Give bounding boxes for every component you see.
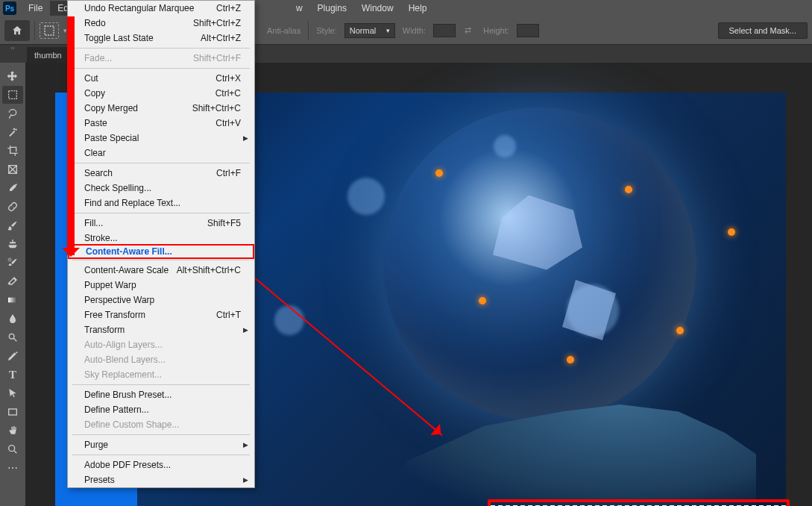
menu-item-perspective-warp[interactable]: Perspective Warp: [68, 293, 254, 307]
menu-item-label: Fade...: [84, 53, 112, 63]
tool-move[interactable]: [2, 67, 23, 85]
menu-item-auto-align-layers: Auto-Align Layers...: [68, 337, 254, 352]
menu-partial[interactable]: w: [289, 1, 310, 16]
menu-item-shortcut: Ctrl+Z: [216, 3, 241, 13]
svg-point-5: [13, 207, 14, 208]
menu-item-clear[interactable]: Clear: [68, 146, 254, 160]
tool-hand[interactable]: [2, 422, 23, 440]
menu-item-label: Perspective Warp: [84, 295, 154, 305]
menu-item-paste-special[interactable]: Paste Special: [68, 131, 254, 146]
tool-marquee[interactable]: [2, 86, 23, 104]
menu-item-purge[interactable]: Purge: [68, 437, 254, 452]
menu-help[interactable]: Help: [401, 1, 435, 16]
tool-zoom[interactable]: [2, 440, 23, 458]
menu-item-shortcut: Ctrl+T: [216, 310, 241, 320]
menu-item-cut[interactable]: CutCtrl+X: [68, 71, 254, 86]
menu-item-undo-rectangular-marquee[interactable]: Undo Rectangular MarqueeCtrl+Z: [68, 1, 254, 16]
tool-brush[interactable]: [2, 216, 23, 234]
menu-item-redo[interactable]: RedoShift+Ctrl+Z: [68, 16, 254, 31]
home-button[interactable]: [4, 20, 30, 41]
svg-point-4: [11, 205, 12, 206]
menu-item-transform[interactable]: Transform: [68, 322, 254, 337]
tool-pen[interactable]: [2, 347, 23, 365]
menu-item-check-spelling[interactable]: Check Spelling...: [68, 181, 254, 196]
menu-item-label: Stroke...: [84, 233, 118, 243]
menu-separator: [72, 260, 250, 260]
menu-item-label: Cut: [84, 73, 98, 84]
tool-dodge[interactable]: [2, 328, 23, 346]
menu-item-label: Check Spelling...: [84, 183, 151, 193]
tool-edit-toolbar[interactable]: ⋯: [2, 459, 23, 477]
menu-item-free-transform[interactable]: Free TransformCtrl+T: [68, 307, 254, 322]
menu-item-content-aware-fill[interactable]: Content-Aware Fill...: [68, 244, 254, 259]
menu-item-define-custom-shape: Define Custom Shape...: [68, 417, 254, 432]
menu-item-label: Paste: [84, 118, 107, 128]
menu-item-label: Copy: [84, 88, 105, 99]
tool-type[interactable]: T: [2, 366, 23, 384]
menu-item-copy[interactable]: CopyCtrl+C: [68, 86, 254, 101]
menu-item-shortcut: Alt+Shift+Ctrl+C: [177, 265, 241, 275]
tool-clone-stamp[interactable]: [2, 235, 23, 253]
document-tab[interactable]: thumbn: [27, 47, 69, 63]
menu-item-copy-merged[interactable]: Copy MergedShift+Ctrl+C: [68, 101, 254, 116]
tool-gradient[interactable]: [2, 291, 23, 309]
menu-item-paste[interactable]: PasteCtrl+V: [68, 116, 254, 131]
menu-item-shortcut: Shift+Ctrl+C: [192, 103, 241, 113]
menu-item-shortcut: Ctrl+C: [215, 88, 241, 99]
tool-eyedropper[interactable]: [2, 179, 23, 197]
menu-item-label: Fill...: [84, 218, 103, 228]
menu-item-shortcut: Shift+Ctrl+F: [193, 53, 241, 63]
style-dropdown[interactable]: Normal ▾: [344, 23, 395, 38]
menu-item-fill[interactable]: Fill...Shift+F5: [68, 216, 254, 231]
menu-item-content-aware-scale[interactable]: Content-Aware ScaleAlt+Shift+Ctrl+C: [68, 263, 254, 278]
menu-item-stroke[interactable]: Stroke...: [68, 231, 254, 246]
menu-item-label: Free Transform: [84, 310, 145, 320]
swap-icon[interactable]: ⇄: [460, 25, 476, 35]
menu-item-shortcut: Shift+F5: [207, 218, 241, 228]
svg-rect-9: [9, 409, 17, 415]
menu-separator: [72, 384, 250, 385]
tool-path-select[interactable]: [2, 384, 23, 402]
tool-lasso[interactable]: [2, 104, 23, 122]
height-label: Height:: [480, 26, 512, 35]
tool-rectangle[interactable]: [2, 403, 23, 421]
menu-item-label: Presets: [84, 475, 115, 485]
menu-item-search[interactable]: SearchCtrl+F: [68, 166, 254, 181]
menu-item-label: Content-Aware Scale: [84, 265, 169, 275]
menu-item-fade: Fade...Shift+Ctrl+F: [68, 51, 254, 66]
tool-magic-wand[interactable]: [2, 123, 23, 141]
select-and-mask-button[interactable]: Select and Mask...: [718, 22, 808, 39]
menu-separator: [72, 455, 250, 455]
menu-plugins[interactable]: Plugins: [310, 1, 354, 16]
tool-crop[interactable]: [2, 142, 23, 160]
menu-file[interactable]: File: [21, 1, 50, 16]
svg-rect-0: [45, 26, 54, 35]
tool-spot-heal[interactable]: [2, 198, 23, 216]
menu-item-label: Clear: [84, 148, 106, 158]
menu-item-define-brush-preset[interactable]: Define Brush Preset...: [68, 387, 254, 402]
width-field[interactable]: [433, 24, 456, 37]
menu-separator: [72, 434, 250, 435]
menu-separator: [72, 68, 250, 69]
tool-eraser[interactable]: [2, 272, 23, 290]
menu-item-shortcut: Shift+Ctrl+Z: [193, 18, 241, 28]
menu-separator: [72, 48, 250, 49]
current-tool-thumb[interactable]: [40, 22, 59, 39]
menu-item-puppet-warp[interactable]: Puppet Warp: [68, 278, 254, 293]
menu-item-label: Define Custom Shape...: [84, 419, 179, 430]
menu-item-adobe-pdf-presets[interactable]: Adobe PDF Presets...: [68, 457, 254, 472]
tool-frame[interactable]: [2, 160, 23, 178]
toolbar-dock-handle[interactable]: ››: [0, 45, 25, 51]
antialias-label: Anti-alias: [264, 26, 303, 35]
tool-history-brush[interactable]: [2, 254, 23, 272]
height-field[interactable]: [517, 24, 539, 37]
menu-item-toggle-last-state[interactable]: Toggle Last StateAlt+Ctrl+Z: [68, 31, 254, 46]
tool-blur[interactable]: [2, 310, 23, 328]
width-label: Width:: [400, 26, 429, 35]
menu-item-presets[interactable]: Presets: [68, 472, 254, 487]
menu-item-define-pattern[interactable]: Define Pattern...: [68, 402, 254, 417]
menu-item-label: Define Pattern...: [84, 405, 149, 415]
menu-item-find-and-replace-text[interactable]: Find and Replace Text...: [68, 196, 254, 210]
menu-item-label: Auto-Align Layers...: [84, 340, 163, 350]
menu-window[interactable]: Window: [354, 1, 401, 16]
